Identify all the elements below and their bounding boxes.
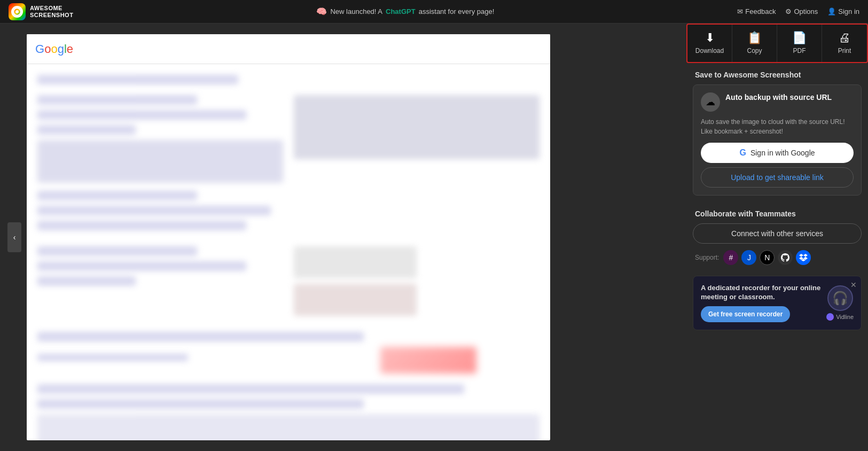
- promo-text: A dedicated recorder for your online mee…: [701, 284, 821, 322]
- save-section-title: Save to Awesome Screenshot: [686, 63, 868, 84]
- signin-button[interactable]: 👤 Sign in: [827, 7, 859, 15]
- brain-icon: 🧠: [316, 6, 327, 17]
- app-icon: [9, 3, 26, 20]
- copy-icon: 📋: [747, 32, 762, 44]
- svg-point-1: [15, 10, 19, 13]
- download-button[interactable]: ⬇ Download: [687, 25, 732, 62]
- pdf-icon: 📄: [792, 32, 807, 44]
- vidline-brand-icon: [826, 313, 834, 321]
- print-button[interactable]: 🖨 Print: [822, 25, 867, 62]
- promo-close-button[interactable]: ✕: [850, 281, 857, 289]
- download-icon: ⬇: [705, 32, 715, 44]
- dropbox-icon[interactable]: [796, 250, 811, 265]
- save-card-title: Auto backup with source URL: [725, 92, 832, 102]
- action-buttons-row: ⬇ Download 📋 Copy 📄 PDF 🖨 Print: [686, 24, 868, 63]
- get-recorder-button[interactable]: Get free screen recorder: [701, 306, 790, 322]
- cloud-icon: ☁: [701, 92, 720, 112]
- save-section-body: ☁ Auto backup with source URL Auto save …: [686, 84, 868, 202]
- brand-logo[interactable]: AWESOME SCREENSHOT: [9, 3, 73, 20]
- collab-section: Collaborate with Teammates Connect with …: [686, 202, 868, 271]
- save-section: Save to Awesome Screenshot ☁ Auto backup…: [686, 63, 868, 202]
- upload-shareable-button[interactable]: Upload to get shareable link: [701, 167, 854, 188]
- save-card-header: ☁ Auto backup with source URL: [701, 92, 854, 112]
- save-card-desc: Auto save the image to cloud with the so…: [701, 117, 854, 136]
- collab-section-title: Collaborate with Teammates: [686, 202, 868, 223]
- announcement-bar: 🧠 New launched! A ChatGPT assistant for …: [73, 6, 737, 17]
- support-icons: # J N: [723, 250, 811, 265]
- top-navigation: AWESOME SCREENSHOT 🧠 New launched! A Cha…: [0, 0, 868, 24]
- save-card: ☁ Auto backup with source URL Auto save …: [693, 84, 862, 196]
- google-logo: Google: [35, 42, 73, 56]
- screenshot-frame: Google: [27, 34, 550, 440]
- github-icon[interactable]: [778, 250, 793, 265]
- vidline-logo: 🎧 Vidline: [826, 285, 854, 321]
- user-icon: 👤: [827, 7, 836, 15]
- notion-icon[interactable]: N: [760, 250, 775, 265]
- vidline-brand: Vidline: [826, 313, 854, 321]
- feedback-button[interactable]: ✉ Feedback: [737, 7, 776, 15]
- promo-banner: ✕ A dedicated recorder for your online m…: [693, 276, 862, 330]
- gear-icon: ⚙: [785, 7, 792, 15]
- slack-icon[interactable]: #: [723, 250, 738, 265]
- support-row: Support: # J N: [693, 250, 862, 265]
- page-content-blurred: [27, 64, 550, 440]
- jira-icon[interactable]: J: [741, 250, 756, 265]
- announcement-text2: assistant for every page!: [419, 7, 495, 15]
- collab-section-body: Connect with other services Support: # J…: [686, 223, 868, 271]
- options-button[interactable]: ⚙ Options: [785, 7, 818, 15]
- brand-name: AWESOME SCREENSHOT: [30, 5, 73, 18]
- screenshot-wrapper: ‹ Google: [11, 34, 676, 440]
- feedback-icon: ✉: [737, 7, 743, 15]
- connect-services-button[interactable]: Connect with other services: [693, 223, 862, 244]
- google-bar: Google: [27, 34, 550, 64]
- main-layout: ‹ Google: [0, 24, 868, 451]
- promo-content: A dedicated recorder for your online mee…: [701, 284, 854, 322]
- screenshot-area: ‹ Google: [0, 24, 686, 451]
- announcement-text: New launched! A: [330, 7, 382, 15]
- svg-point-0: [13, 8, 21, 15]
- sidebar-content: Save to Awesome Screenshot ☁ Auto backup…: [686, 63, 868, 451]
- vidline-icon: 🎧: [827, 285, 853, 311]
- pdf-button[interactable]: 📄 PDF: [777, 25, 822, 62]
- print-icon: 🖨: [839, 32, 850, 44]
- chatgpt-badge: ChatGPT: [386, 7, 416, 15]
- nav-right: ✉ Feedback ⚙ Options 👤 Sign in: [737, 7, 859, 15]
- support-label: Support:: [695, 254, 719, 261]
- right-sidebar: ⬇ Download 📋 Copy 📄 PDF 🖨 Print Save to …: [686, 24, 868, 451]
- vidline-brand-text: Vidline: [836, 314, 854, 320]
- google-g-icon: G: [739, 148, 746, 158]
- google-signin-button[interactable]: G Sign in with Google: [701, 143, 854, 163]
- promo-title: A dedicated recorder for your online mee…: [701, 284, 821, 302]
- back-button[interactable]: ‹: [7, 222, 21, 252]
- copy-button[interactable]: 📋 Copy: [732, 25, 777, 62]
